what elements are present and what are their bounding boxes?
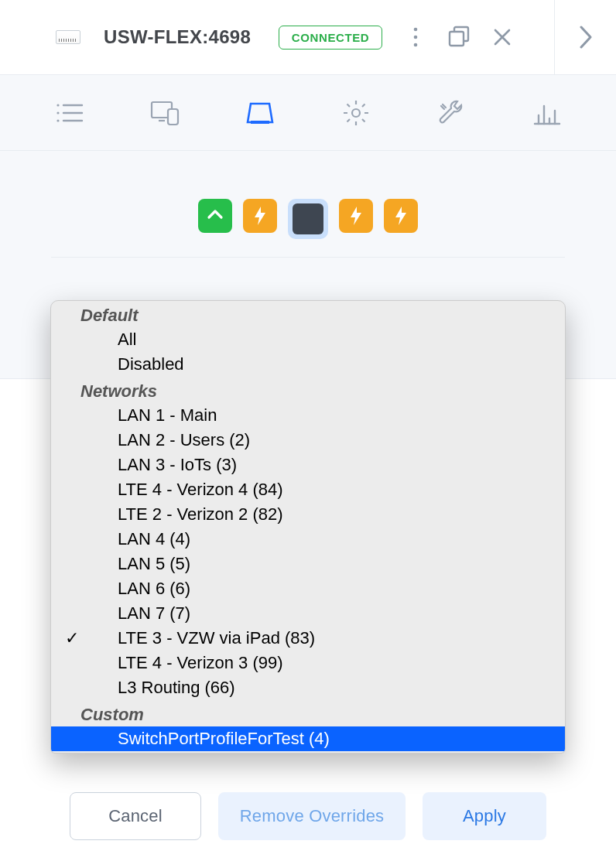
more-icon[interactable]	[402, 24, 429, 50]
svg-point-5	[56, 111, 59, 114]
svg-point-4	[56, 104, 59, 106]
dropdown-item[interactable]: L3 Routing (66)	[51, 675, 565, 700]
svg-point-0	[414, 28, 418, 32]
svg-point-9	[352, 109, 360, 117]
dropdown-item[interactable]: LAN 1 - Main	[51, 403, 565, 428]
port-3-selected[interactable]	[288, 199, 328, 239]
cancel-button[interactable]: Cancel	[70, 792, 201, 840]
footer-actions: Cancel Remove Overrides Apply	[0, 792, 616, 840]
profile-dropdown[interactable]: DefaultAllDisabledNetworksLAN 1 - MainLA…	[50, 300, 566, 754]
dropdown-item[interactable]: LAN 5 (5)	[51, 552, 565, 576]
apply-button[interactable]: Apply	[423, 792, 546, 840]
dropdown-item[interactable]: Disabled	[51, 352, 565, 377]
svg-rect-8	[168, 109, 178, 125]
port-2[interactable]	[243, 199, 277, 233]
remove-overrides-button[interactable]: Remove Overrides	[218, 792, 406, 840]
port-4[interactable]	[339, 199, 373, 233]
tab-overview[interactable]	[50, 94, 88, 132]
dropdown-item[interactable]: LTE 2 - Verizon 2 (82)	[51, 502, 565, 527]
checkmark-icon: ✓	[65, 628, 79, 648]
dropdown-item[interactable]: All	[51, 327, 565, 352]
dropdown-item-label: LTE 3 - VZW via iPad (83)	[118, 628, 315, 648]
dropdown-section-header: Networks	[51, 377, 565, 403]
dropdown-item[interactable]: LAN 4 (4)	[51, 527, 565, 552]
next-device-button[interactable]	[554, 0, 616, 75]
port-1-uplink[interactable]	[198, 199, 232, 233]
dropdown-item-label: LTE 4 - Verizon 3 (99)	[118, 653, 283, 673]
dropdown-item-label: LAN 5 (5)	[118, 554, 190, 574]
panel-header: USW-FLEX:4698 CONNECTED	[0, 0, 616, 75]
dropdown-item-label: All	[118, 330, 136, 350]
dropdown-item[interactable]: LTE 4 - Verizon 4 (84)	[51, 477, 565, 502]
dropdown-item[interactable]: LAN 6 (6)	[51, 576, 565, 601]
header-right: CONNECTED	[279, 24, 515, 50]
port-5[interactable]	[384, 199, 418, 233]
popout-icon[interactable]	[446, 24, 472, 50]
dropdown-item-label: LAN 2 - Users (2)	[118, 430, 250, 450]
dropdown-item-label: LAN 3 - IoTs (3)	[118, 455, 237, 475]
tab-devices[interactable]	[145, 94, 184, 132]
status-badge: CONNECTED	[279, 26, 382, 50]
dropdown-section-header: Default	[51, 301, 565, 327]
dropdown-item[interactable]: SwitchPortProfileForTest (4)	[51, 726, 565, 751]
header-left: USW-FLEX:4698	[56, 26, 251, 48]
port-row	[0, 199, 616, 239]
tab-strip	[0, 75, 616, 151]
dropdown-item[interactable]: LTE 4 - Verizon 3 (99)	[51, 651, 565, 675]
dropdown-item-label: Disabled	[118, 354, 184, 374]
dropdown-item[interactable]: LAN 2 - Users (2)	[51, 428, 565, 453]
dropdown-item-label: SwitchPortProfileForTest (4)	[118, 729, 330, 749]
tab-settings[interactable]	[337, 94, 375, 132]
dropdown-item-label: LTE 4 - Verizon 4 (84)	[118, 480, 283, 500]
tab-tools[interactable]	[432, 94, 471, 132]
dropdown-item[interactable]: ✓LTE 3 - VZW via iPad (83)	[51, 626, 565, 651]
dropdown-item[interactable]: LAN 7 (7)	[51, 601, 565, 626]
dropdown-item[interactable]: LAN 3 - IoTs (3)	[51, 453, 565, 477]
svg-point-2	[414, 43, 418, 47]
dropdown-item-label: LAN 4 (4)	[118, 529, 190, 549]
tab-ports[interactable]	[241, 94, 279, 132]
dropdown-item-label: LAN 1 - Main	[118, 405, 217, 426]
dropdown-item-label: LAN 6 (6)	[118, 579, 190, 599]
svg-point-6	[56, 119, 59, 121]
tab-stats[interactable]	[528, 94, 566, 132]
svg-rect-3	[450, 32, 464, 46]
dropdown-section-header: Custom	[51, 700, 565, 726]
port-3	[293, 203, 323, 234]
divider	[51, 257, 565, 258]
device-title: USW-FLEX:4698	[104, 26, 251, 48]
dropdown-item-label: LAN 7 (7)	[118, 603, 190, 624]
dropdown-item-label: LTE 2 - Verizon 2 (82)	[118, 504, 283, 525]
close-icon[interactable]	[489, 24, 515, 50]
svg-point-1	[414, 36, 418, 39]
device-icon	[56, 30, 80, 44]
dropdown-item-label: L3 Routing (66)	[118, 678, 235, 698]
